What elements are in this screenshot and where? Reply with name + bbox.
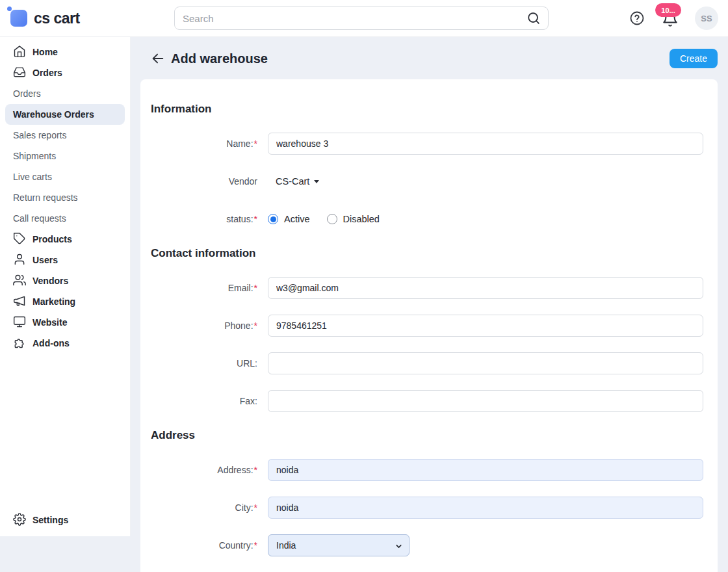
- vendor-row: Vendor CS-Cart: [151, 170, 703, 192]
- sidebar-item-orders[interactable]: Orders: [0, 62, 130, 83]
- help-icon[interactable]: [629, 10, 645, 27]
- header-actions: 10... SS: [629, 0, 718, 36]
- city-row: City:*: [151, 497, 703, 519]
- page-header: Add warehouse Create: [140, 47, 718, 70]
- sidebar-item-label: Users: [32, 255, 58, 265]
- vendor-dropdown[interactable]: CS-Cart: [268, 176, 319, 187]
- address-label: Address:*: [151, 465, 268, 475]
- status-radio-group: Active Disabled: [268, 214, 380, 224]
- status-option-active[interactable]: Active: [268, 214, 310, 224]
- name-label: Name:*: [151, 138, 268, 149]
- create-button[interactable]: Create: [670, 49, 718, 68]
- sidebar: Home Orders Orders Warehouse Orders Sale…: [0, 37, 131, 536]
- logo[interactable]: cs cart: [10, 0, 80, 36]
- sidebar-item-add-ons[interactable]: Add-ons: [0, 333, 130, 354]
- page-title: Add warehouse: [171, 51, 268, 66]
- user-icon: [13, 253, 26, 268]
- logo-text: cs cart: [34, 10, 80, 27]
- sidebar-subitem-orders[interactable]: Orders: [5, 83, 125, 104]
- country-select-wrap: India: [268, 534, 410, 556]
- sidebar-item-website[interactable]: Website: [0, 312, 130, 333]
- status-label: status:*: [151, 214, 268, 224]
- notifications-bell-icon[interactable]: 10...: [661, 9, 679, 27]
- radio-active[interactable]: [268, 214, 278, 224]
- country-row: Country:* India: [151, 534, 703, 556]
- fax-label: Fax:: [151, 396, 268, 406]
- sidebar-subitem-live-carts[interactable]: Live carts: [5, 166, 125, 187]
- tag-icon: [13, 232, 26, 247]
- required-marker: *: [254, 320, 257, 331]
- required-marker: *: [254, 138, 257, 149]
- section-heading-information: Information: [151, 103, 703, 116]
- sidebar-subitem-sales-reports[interactable]: Sales reports: [5, 125, 125, 146]
- url-input[interactable]: [268, 352, 703, 374]
- city-label: City:*: [151, 502, 268, 513]
- home-icon: [13, 45, 26, 60]
- city-input[interactable]: [268, 497, 703, 519]
- vendor-label: Vendor: [151, 176, 268, 187]
- email-label: Email:*: [151, 283, 268, 293]
- sidebar-item-label: Add-ons: [32, 338, 70, 348]
- section-heading-contact: Contact information: [151, 247, 703, 260]
- puzzle-icon: [13, 336, 26, 351]
- name-input[interactable]: [268, 133, 703, 155]
- search-input[interactable]: [174, 6, 549, 30]
- caret-down-icon: [314, 180, 319, 183]
- required-marker: *: [254, 540, 257, 551]
- fax-input[interactable]: [268, 390, 703, 412]
- sidebar-item-products[interactable]: Products: [0, 229, 130, 250]
- name-row: Name:*: [151, 133, 703, 155]
- radio-disabled[interactable]: [327, 214, 337, 224]
- sidebar-subitem-shipments[interactable]: Shipments: [5, 146, 125, 166]
- sidebar-item-label: Settings: [32, 515, 68, 525]
- sidebar-item-label: Products: [32, 234, 72, 244]
- required-marker: *: [254, 214, 257, 224]
- email-row: Email:*: [151, 277, 703, 299]
- sidebar-item-users[interactable]: Users: [0, 250, 130, 270]
- sidebar-item-label: Website: [32, 317, 67, 328]
- sidebar-item-marketing[interactable]: Marketing: [0, 291, 130, 312]
- global-search: [174, 6, 549, 30]
- inbox-icon: [13, 66, 26, 81]
- sidebar-item-label: Orders: [32, 68, 62, 78]
- gear-icon: [13, 513, 26, 528]
- sidebar-subitem-warehouse-orders[interactable]: Warehouse Orders: [5, 104, 125, 125]
- address-input[interactable]: [268, 459, 703, 481]
- avatar[interactable]: SS: [695, 6, 718, 30]
- search-icon[interactable]: [526, 11, 541, 25]
- email-input[interactable]: [268, 277, 703, 299]
- sidebar-item-home[interactable]: Home: [0, 42, 130, 62]
- cs-cart-logo-icon: [10, 10, 27, 27]
- sidebar-item-label: Home: [32, 47, 58, 57]
- status-row: status:* Active Disabled: [151, 208, 703, 230]
- back-arrow-icon[interactable]: [150, 51, 166, 66]
- url-row: URL:: [151, 352, 703, 374]
- fax-row: Fax:: [151, 390, 703, 412]
- notification-badge: 10...: [655, 3, 681, 17]
- users-group-icon: [13, 274, 26, 289]
- top-header: cs cart 10... SS: [0, 0, 728, 37]
- address-row: Address:*: [151, 459, 703, 481]
- status-option-disabled[interactable]: Disabled: [327, 214, 380, 224]
- sidebar-item-label: Vendors: [32, 276, 68, 286]
- sidebar-item-settings[interactable]: Settings: [0, 510, 130, 530]
- sidebar-subitem-return-requests[interactable]: Return requests: [5, 187, 125, 208]
- required-marker: *: [254, 465, 257, 475]
- phone-label: Phone:*: [151, 320, 268, 331]
- required-marker: *: [254, 283, 257, 293]
- phone-input[interactable]: [268, 315, 703, 337]
- required-marker: *: [254, 502, 257, 513]
- country-select[interactable]: India: [268, 534, 410, 556]
- section-heading-address: Address: [151, 429, 703, 442]
- main-content: Add warehouse Create Information Name:* …: [131, 37, 728, 572]
- url-label: URL:: [151, 358, 268, 369]
- megaphone-icon: [13, 294, 26, 309]
- warehouse-form-card: Information Name:* Vendor CS-Cart status…: [140, 79, 718, 572]
- sidebar-item-label: Marketing: [32, 296, 75, 307]
- country-label: Country:*: [151, 540, 268, 551]
- phone-row: Phone:*: [151, 315, 703, 337]
- monitor-icon: [13, 315, 26, 330]
- sidebar-subitem-call-requests[interactable]: Call requests: [5, 208, 125, 229]
- sidebar-item-vendors[interactable]: Vendors: [0, 270, 130, 291]
